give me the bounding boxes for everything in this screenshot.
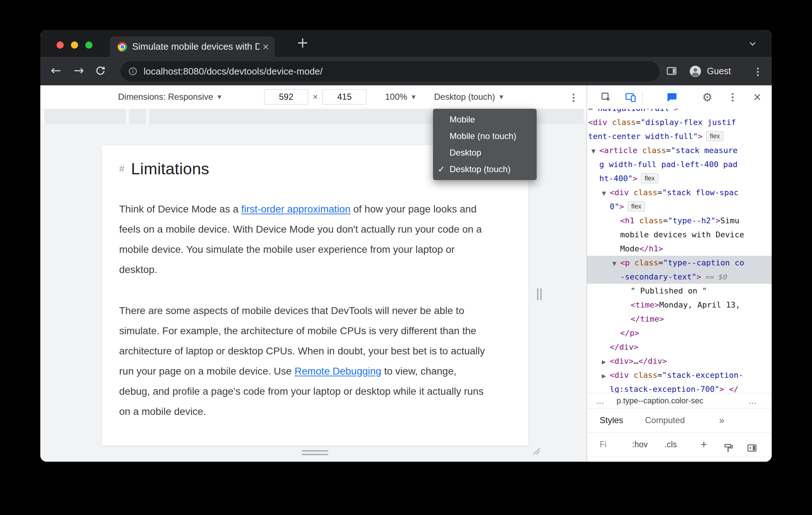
dom-line[interactable]: ▶<div>…</div> [587, 354, 772, 368]
browser-toolbar: ← → localhost:8080/docs/devtools/device-… [40, 57, 772, 85]
inspect-icon[interactable] [600, 91, 612, 103]
code-token: class [639, 216, 663, 225]
dom-line[interactable]: </p> [587, 326, 772, 340]
devtools-kebab-icon[interactable] [731, 91, 734, 103]
flex-badge[interactable]: flex [641, 173, 658, 183]
dom-line[interactable]: 0">flex [587, 200, 772, 214]
side-panel-icon[interactable] [666, 65, 677, 78]
dom-line[interactable]: <div class="display-flex justif [587, 115, 772, 129]
dom-tree: ="navigation-rail"><div class="display-f… [587, 109, 772, 393]
code-token: = [636, 118, 640, 127]
forward-button[interactable]: → [71, 57, 87, 85]
viewport-height-resize-handle[interactable] [302, 450, 328, 457]
code-token: "type--h2" [668, 216, 715, 225]
menu-item-desktop-touch[interactable]: ✓Desktop (touch) [433, 161, 537, 178]
browser-tab[interactable]: Simulate mobile devices with D × [110, 36, 275, 57]
zoom-window-button[interactable] [85, 41, 93, 49]
expand-arrow-icon[interactable]: ▼ [591, 144, 599, 158]
devtools-toolbar: ⚙ × [587, 85, 772, 109]
settings-gear-icon[interactable]: ⚙ [702, 90, 713, 104]
new-style-rule-button[interactable]: + [700, 433, 707, 456]
breadcrumb-selected[interactable]: p.type--caption.color-sec [617, 393, 703, 408]
code-token: class [612, 118, 636, 127]
profile-avatar[interactable] [689, 65, 702, 79]
device-toolbar-kebab-icon[interactable] [572, 92, 575, 103]
device-type-select[interactable]: Desktop (touch)▼ [434, 85, 503, 108]
page-title: Limitations [131, 160, 209, 178]
expand-arrow-icon[interactable]: ▶ [602, 355, 610, 369]
expand-arrow-icon[interactable]: ▼ [602, 187, 610, 201]
paint-roller-icon[interactable] [723, 439, 734, 462]
new-tab-button[interactable]: + [292, 30, 313, 57]
expand-arrow-icon[interactable]: ▶ [602, 369, 610, 383]
dom-line[interactable]: ▼<p class="type--caption co [587, 256, 772, 270]
device-toolbar-toggle-icon[interactable] [625, 91, 636, 103]
class-toggle-button[interactable]: .cls [664, 433, 677, 456]
ruler-segment [45, 109, 126, 124]
viewport-corner-resize-handle[interactable] [532, 447, 541, 457]
site-info-icon[interactable] [128, 66, 138, 76]
expand-arrow-icon[interactable]: ▼ [612, 257, 620, 271]
tab-close-icon[interactable]: × [262, 41, 269, 52]
breadcrumb: … p.type--caption.color-sec … [587, 393, 772, 408]
viewport-width-resize-handle[interactable] [537, 288, 542, 300]
code-token: "display-flex justif [641, 118, 736, 127]
dom-line[interactable]: ▼<article class="stack measure [587, 143, 772, 157]
dom-line[interactable]: </div> [587, 340, 772, 354]
breadcrumb-overflow-right[interactable]: … [748, 393, 757, 408]
height-input[interactable] [322, 89, 366, 104]
code-token: <p [620, 258, 635, 267]
code-token: = [666, 146, 671, 155]
link-remote-debugging[interactable]: Remote Debugging [294, 366, 381, 377]
code-token: </time> [631, 314, 664, 323]
code-token: g width-full pad-left-400 pad [599, 160, 737, 169]
dom-line[interactable]: mobile devices with Device [587, 228, 772, 242]
code-token: > [619, 202, 624, 211]
tab-strip: Simulate mobile devices with D × + [40, 30, 772, 57]
dom-line[interactable]: " Published on " [587, 284, 772, 298]
dock-sidebar-icon[interactable] [746, 439, 757, 462]
filter-input[interactable]: Fi [600, 433, 606, 456]
dom-line[interactable]: ht-400">flex [587, 171, 772, 185]
dom-line[interactable]: ="navigation-rail"> [587, 109, 772, 115]
tabs-overflow-chevron[interactable]: » [719, 408, 724, 432]
ruler-segment [129, 109, 146, 124]
devtools-close-icon[interactable]: × [753, 90, 761, 105]
dom-line[interactable]: <time>Monday, April 13, [587, 298, 772, 312]
dom-line[interactable]: g width-full pad-left-400 pad [587, 157, 772, 171]
code-token: <h1 [620, 216, 639, 225]
dom-line[interactable]: Mode</h1> [587, 242, 772, 256]
code-token: … [633, 357, 638, 366]
dom-line[interactable]: ▶<div class="stack-exception- [587, 368, 772, 382]
zoom-select[interactable]: 100%▼ [385, 85, 415, 108]
hover-state-button[interactable]: :hov [632, 433, 648, 456]
breadcrumb-overflow-left[interactable]: … [596, 393, 604, 408]
dom-line[interactable]: <h1 class="type--h2">Simu [587, 214, 772, 228]
tab-search-chevron-icon[interactable] [748, 39, 757, 50]
flex-badge[interactable]: flex [628, 201, 645, 211]
browser-menu-kebab-icon[interactable] [756, 66, 759, 73]
tab-computed[interactable]: Computed [645, 408, 685, 432]
width-input[interactable] [264, 89, 308, 104]
code-token: class [635, 258, 658, 267]
reload-button[interactable] [94, 65, 107, 79]
dom-line[interactable]: </time> [587, 312, 772, 326]
menu-item-mobile-no-touch[interactable]: Mobile (no touch) [433, 128, 537, 144]
dom-line[interactable]: tent-center width-full">flex [587, 129, 772, 143]
code-token: > [633, 174, 637, 183]
dom-line[interactable]: lg:stack-exception-700"> </ [587, 382, 772, 393]
flex-badge[interactable]: flex [706, 131, 723, 141]
address-bar[interactable]: localhost:8080/docs/devtools/device-mode… [121, 61, 659, 81]
dimensions-select[interactable]: Dimensions: Responsive▼ [118, 85, 221, 108]
back-button[interactable]: ← [48, 57, 64, 85]
close-window-button[interactable] [57, 41, 64, 49]
console-bubble-icon[interactable] [667, 92, 677, 103]
dom-line[interactable]: ▼<div class="stack flow-spac [587, 185, 772, 200]
menu-item-mobile[interactable]: Mobile [433, 111, 537, 128]
minimize-window-button[interactable] [71, 41, 78, 49]
link-first-order-approximation[interactable]: first-order approximation [241, 203, 350, 215]
tab-styles[interactable]: Styles [600, 408, 623, 432]
menu-item-desktop[interactable]: Desktop [433, 144, 537, 161]
dom-line[interactable]: -secondary-text"> == $0 [587, 270, 772, 284]
heading-anchor[interactable]: # [119, 164, 125, 175]
